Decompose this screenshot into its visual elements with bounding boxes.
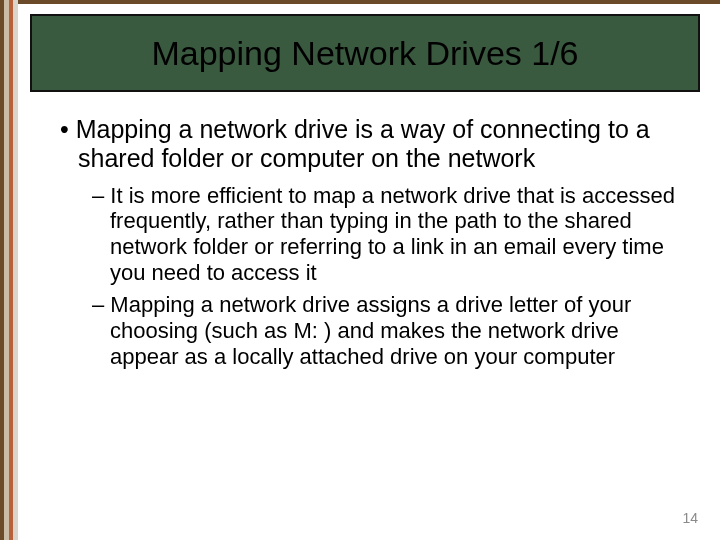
bullet-sub-2: Mapping a network drive assigns a drive … [92, 292, 692, 370]
top-border-line [0, 0, 720, 4]
sub-bullet-list: It is more efficient to map a network dr… [92, 183, 692, 371]
page-number: 14 [682, 510, 698, 526]
bullet-sub-1: It is more efficient to map a network dr… [92, 183, 692, 287]
title-container: Mapping Network Drives 1/6 [30, 14, 700, 92]
slide-title: Mapping Network Drives 1/6 [151, 34, 578, 73]
left-stripe-group [0, 0, 18, 540]
content-area: Mapping a network drive is a way of conn… [36, 115, 692, 500]
bullet-main: Mapping a network drive is a way of conn… [60, 115, 692, 173]
stripe-cream [13, 0, 18, 540]
